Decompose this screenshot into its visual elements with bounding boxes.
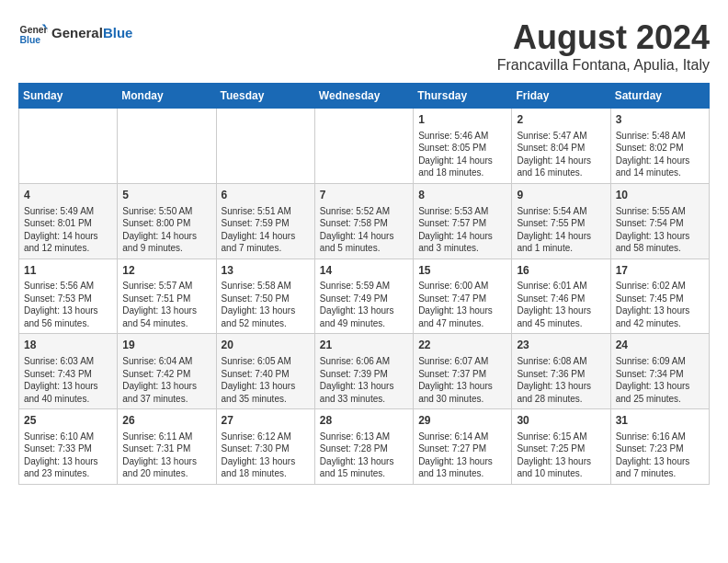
week-row-4: 18Sunrise: 6:03 AM Sunset: 7:43 PM Dayli… bbox=[19, 334, 710, 409]
day-number: 6 bbox=[222, 188, 310, 203]
day-number: 11 bbox=[24, 263, 112, 279]
day-cell: 20Sunrise: 6:05 AM Sunset: 7:40 PM Dayli… bbox=[216, 334, 314, 409]
day-cell: 12Sunrise: 5:57 AM Sunset: 7:51 PM Dayli… bbox=[118, 259, 216, 334]
day-number: 9 bbox=[517, 188, 605, 203]
day-detail: Sunrise: 6:09 AM Sunset: 7:34 PM Dayligh… bbox=[616, 355, 704, 405]
day-detail: Sunrise: 5:49 AM Sunset: 8:01 PM Dayligh… bbox=[24, 205, 112, 255]
day-cell: 2Sunrise: 5:47 AM Sunset: 8:04 PM Daylig… bbox=[512, 109, 610, 184]
day-detail: Sunrise: 6:10 AM Sunset: 7:33 PM Dayligh… bbox=[24, 431, 112, 480]
header-friday: Friday bbox=[512, 84, 610, 109]
day-detail: Sunrise: 6:02 AM Sunset: 7:45 PM Dayligh… bbox=[616, 280, 704, 329]
week-row-1: 1Sunrise: 5:46 AM Sunset: 8:05 PM Daylig… bbox=[19, 109, 710, 184]
day-number: 15 bbox=[418, 263, 506, 279]
day-detail: Sunrise: 5:51 AM Sunset: 7:59 PM Dayligh… bbox=[222, 205, 310, 255]
day-cell: 6Sunrise: 5:51 AM Sunset: 7:59 PM Daylig… bbox=[216, 183, 314, 259]
day-detail: Sunrise: 5:46 AM Sunset: 8:05 PM Dayligh… bbox=[418, 130, 506, 179]
week-row-3: 11Sunrise: 5:56 AM Sunset: 7:53 PM Dayli… bbox=[19, 259, 710, 334]
day-detail: Sunrise: 6:08 AM Sunset: 7:36 PM Dayligh… bbox=[517, 355, 605, 405]
day-detail: Sunrise: 5:59 AM Sunset: 7:49 PM Dayligh… bbox=[320, 280, 408, 329]
day-number: 13 bbox=[222, 263, 310, 279]
header-monday: Monday bbox=[118, 84, 216, 109]
day-detail: Sunrise: 6:14 AM Sunset: 7:27 PM Dayligh… bbox=[418, 431, 506, 480]
day-cell: 29Sunrise: 6:14 AM Sunset: 7:27 PM Dayli… bbox=[414, 409, 512, 485]
day-cell: 25Sunrise: 6:10 AM Sunset: 7:33 PM Dayli… bbox=[19, 409, 118, 485]
day-detail: Sunrise: 5:54 AM Sunset: 7:55 PM Dayligh… bbox=[517, 205, 605, 255]
day-number: 1 bbox=[418, 112, 506, 128]
day-number: 4 bbox=[24, 188, 112, 203]
day-cell: 31Sunrise: 6:16 AM Sunset: 7:23 PM Dayli… bbox=[610, 409, 709, 485]
day-cell: 1Sunrise: 5:46 AM Sunset: 8:05 PM Daylig… bbox=[414, 109, 512, 184]
day-cell: 14Sunrise: 5:59 AM Sunset: 7:49 PM Dayli… bbox=[314, 259, 413, 334]
svg-text:General: General bbox=[20, 25, 48, 35]
day-detail: Sunrise: 5:53 AM Sunset: 7:57 PM Dayligh… bbox=[418, 205, 506, 255]
day-number: 3 bbox=[616, 112, 704, 128]
day-number: 7 bbox=[320, 188, 408, 203]
day-detail: Sunrise: 6:00 AM Sunset: 7:47 PM Dayligh… bbox=[418, 280, 506, 329]
day-cell: 4Sunrise: 5:49 AM Sunset: 8:01 PM Daylig… bbox=[19, 183, 118, 259]
day-number: 12 bbox=[122, 263, 210, 279]
day-cell: 5Sunrise: 5:50 AM Sunset: 8:00 PM Daylig… bbox=[118, 183, 216, 259]
logo-blue: Blue bbox=[103, 25, 133, 40]
day-detail: Sunrise: 6:04 AM Sunset: 7:42 PM Dayligh… bbox=[122, 355, 210, 405]
day-detail: Sunrise: 6:12 AM Sunset: 7:30 PM Dayligh… bbox=[222, 431, 310, 480]
day-number: 8 bbox=[418, 188, 506, 203]
day-detail: Sunrise: 6:03 AM Sunset: 7:43 PM Dayligh… bbox=[24, 355, 112, 405]
day-number: 16 bbox=[517, 263, 605, 279]
day-detail: Sunrise: 6:06 AM Sunset: 7:39 PM Dayligh… bbox=[320, 355, 408, 405]
day-cell: 27Sunrise: 6:12 AM Sunset: 7:30 PM Dayli… bbox=[216, 409, 314, 485]
day-detail: Sunrise: 5:57 AM Sunset: 7:51 PM Dayligh… bbox=[122, 280, 210, 329]
day-number: 23 bbox=[517, 338, 605, 353]
day-number: 21 bbox=[320, 338, 408, 353]
title-block: August 2024 Francavilla Fontana, Apulia,… bbox=[497, 18, 710, 74]
day-cell bbox=[19, 109, 118, 184]
day-cell: 22Sunrise: 6:07 AM Sunset: 7:37 PM Dayli… bbox=[414, 334, 512, 409]
day-cell: 24Sunrise: 6:09 AM Sunset: 7:34 PM Dayli… bbox=[610, 334, 709, 409]
day-cell: 7Sunrise: 5:52 AM Sunset: 7:58 PM Daylig… bbox=[314, 183, 413, 259]
day-cell: 21Sunrise: 6:06 AM Sunset: 7:39 PM Dayli… bbox=[314, 334, 413, 409]
day-detail: Sunrise: 6:15 AM Sunset: 7:25 PM Dayligh… bbox=[517, 431, 605, 480]
header-wednesday: Wednesday bbox=[314, 84, 413, 109]
day-cell: 26Sunrise: 6:11 AM Sunset: 7:31 PM Dayli… bbox=[118, 409, 216, 485]
month-title: August 2024 bbox=[497, 18, 710, 57]
day-detail: Sunrise: 5:55 AM Sunset: 7:54 PM Dayligh… bbox=[616, 205, 704, 255]
calendar: SundayMondayTuesdayWednesdayThursdayFrid… bbox=[18, 83, 710, 485]
calendar-header-row: SundayMondayTuesdayWednesdayThursdayFrid… bbox=[19, 84, 710, 109]
logo-general: General bbox=[51, 25, 103, 40]
day-detail: Sunrise: 5:48 AM Sunset: 8:02 PM Dayligh… bbox=[616, 130, 704, 179]
day-detail: Sunrise: 5:52 AM Sunset: 7:58 PM Dayligh… bbox=[320, 205, 408, 255]
day-number: 20 bbox=[222, 338, 310, 353]
day-cell: 15Sunrise: 6:00 AM Sunset: 7:47 PM Dayli… bbox=[414, 259, 512, 334]
week-row-2: 4Sunrise: 5:49 AM Sunset: 8:01 PM Daylig… bbox=[19, 183, 710, 259]
day-number: 19 bbox=[122, 338, 210, 353]
header-tuesday: Tuesday bbox=[216, 84, 314, 109]
day-cell bbox=[118, 109, 216, 184]
day-cell: 8Sunrise: 5:53 AM Sunset: 7:57 PM Daylig… bbox=[414, 183, 512, 259]
day-detail: Sunrise: 6:16 AM Sunset: 7:23 PM Dayligh… bbox=[616, 431, 704, 480]
day-number: 29 bbox=[418, 413, 506, 429]
day-number: 28 bbox=[320, 413, 408, 429]
day-cell: 3Sunrise: 5:48 AM Sunset: 8:02 PM Daylig… bbox=[610, 109, 709, 184]
day-detail: Sunrise: 5:58 AM Sunset: 7:50 PM Dayligh… bbox=[222, 280, 310, 329]
day-cell: 23Sunrise: 6:08 AM Sunset: 7:36 PM Dayli… bbox=[512, 334, 610, 409]
day-detail: Sunrise: 6:07 AM Sunset: 7:37 PM Dayligh… bbox=[418, 355, 506, 405]
day-number: 24 bbox=[616, 338, 704, 353]
day-number: 18 bbox=[24, 338, 112, 353]
day-number: 17 bbox=[616, 263, 704, 279]
day-number: 10 bbox=[616, 188, 704, 203]
day-number: 5 bbox=[122, 188, 210, 203]
day-cell: 9Sunrise: 5:54 AM Sunset: 7:55 PM Daylig… bbox=[512, 183, 610, 259]
day-cell: 30Sunrise: 6:15 AM Sunset: 7:25 PM Dayli… bbox=[512, 409, 610, 485]
day-cell: 18Sunrise: 6:03 AM Sunset: 7:43 PM Dayli… bbox=[19, 334, 118, 409]
header-saturday: Saturday bbox=[610, 84, 709, 109]
day-number: 2 bbox=[517, 112, 605, 128]
day-detail: Sunrise: 6:13 AM Sunset: 7:28 PM Dayligh… bbox=[320, 431, 408, 480]
day-cell bbox=[314, 109, 413, 184]
page-header: General Blue GeneralBlue August 2024 Fra… bbox=[18, 18, 710, 74]
day-number: 22 bbox=[418, 338, 506, 353]
day-cell: 17Sunrise: 6:02 AM Sunset: 7:45 PM Dayli… bbox=[610, 259, 709, 334]
week-row-5: 25Sunrise: 6:10 AM Sunset: 7:33 PM Dayli… bbox=[19, 409, 710, 485]
day-number: 30 bbox=[517, 413, 605, 429]
day-number: 25 bbox=[24, 413, 112, 429]
svg-text:Blue: Blue bbox=[20, 35, 41, 45]
day-number: 27 bbox=[222, 413, 310, 429]
